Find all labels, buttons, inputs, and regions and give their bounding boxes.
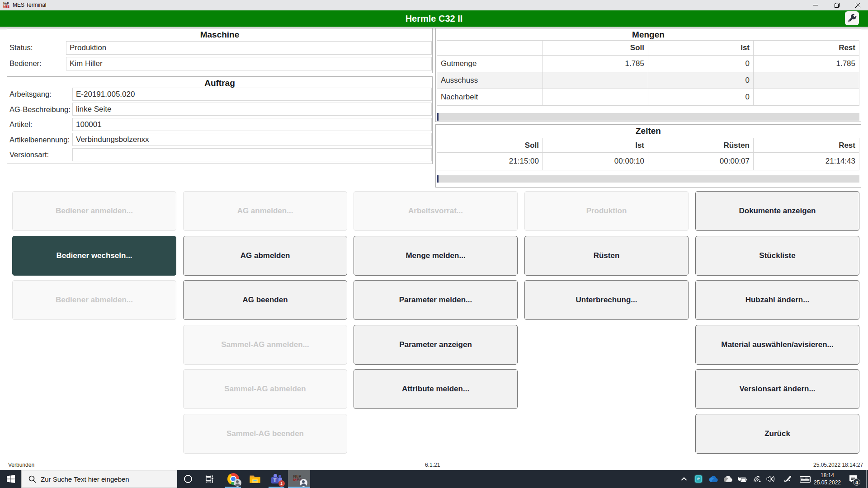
svg-text:T: T <box>273 478 276 483</box>
